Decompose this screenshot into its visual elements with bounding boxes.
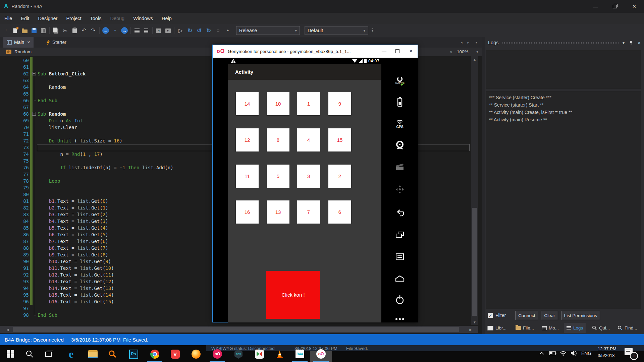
panel-splitter[interactable] (482, 37, 485, 334)
undo-button[interactable]: ↶ (80, 26, 88, 35)
panel-menu-icon[interactable]: ▾ (623, 40, 625, 45)
logs-filter-box[interactable] (486, 50, 641, 89)
window-restore-button[interactable] (605, 0, 625, 13)
gps-icon[interactable]: GPS (381, 118, 418, 129)
taskbar-edge[interactable]: e (64, 347, 78, 361)
number-button-7[interactable]: 7 (297, 200, 320, 224)
filter-checkbox[interactable]: ✓ (488, 313, 493, 318)
tab-list-icon[interactable]: ▾ (474, 40, 479, 45)
menu-help[interactable]: Help (157, 13, 176, 24)
battery-icon[interactable] (381, 97, 418, 107)
taskbar-vivaldi[interactable]: V (168, 347, 182, 361)
list-permissions-button[interactable]: List Permissions (561, 311, 600, 320)
pin-icon[interactable] (629, 41, 633, 45)
menu-edit[interactable]: Edit (16, 13, 34, 24)
recent-apps-icon[interactable] (381, 231, 418, 239)
window-minimize-button[interactable]: — (586, 0, 605, 13)
cut-button[interactable]: ✄ (61, 26, 69, 35)
random-action-button[interactable]: Click kon ! (266, 271, 320, 319)
close-tab-icon[interactable]: × (27, 40, 30, 45)
menu-icon[interactable] (381, 252, 418, 261)
fold-collapse-icon[interactable]: − (32, 72, 36, 75)
number-button-3[interactable]: 3 (297, 165, 320, 188)
number-button-2[interactable]: 2 (328, 165, 351, 188)
panel-close-icon[interactable]: × (638, 40, 641, 46)
more-icon[interactable] (381, 317, 418, 321)
tab-scroll-right-icon[interactable]: ▸ (466, 40, 471, 45)
connect-button[interactable]: Connect (515, 311, 538, 320)
package-button[interactable] (39, 26, 47, 35)
tab-starter[interactable]: Starter (43, 37, 70, 48)
menu-windows[interactable]: Windows (129, 13, 157, 24)
nav-forward-button[interactable]: → (120, 26, 128, 35)
volume-tray-icon[interactable] (570, 350, 578, 356)
previous-module-button[interactable]: ◂ (155, 26, 163, 35)
number-button-5[interactable]: 5 (267, 165, 289, 188)
fold-collapse-icon[interactable]: − (32, 112, 36, 116)
taskbar-search-everything[interactable] (105, 347, 120, 361)
vertical-scroll-thumb[interactable] (472, 208, 477, 316)
back-icon[interactable] (381, 209, 418, 218)
genymotion-titlebar[interactable]: oO Genymotion for personal use - genymot… (213, 45, 418, 58)
menu-tools[interactable]: Tools (86, 13, 106, 24)
tray-clock-time[interactable]: 12:37 PM (598, 346, 616, 351)
taskbar-firefox[interactable] (189, 347, 203, 361)
genymotion-maximize-button[interactable] (391, 45, 404, 58)
nav-back-button[interactable]: ← (102, 26, 110, 35)
build-configuration-dropdown[interactable]: Release▾ (236, 26, 300, 35)
tool-tab-find[interactable]: Find... (614, 323, 640, 333)
camera-icon[interactable] (381, 140, 418, 151)
scroll-right-icon[interactable]: ▶ (467, 326, 474, 333)
dpad-icon[interactable] (381, 184, 418, 195)
module-dropdown-icon[interactable]: ∨ (449, 48, 453, 56)
editor-vertical-scrollbar[interactable]: ▲ ▼ (471, 56, 478, 325)
redo-button[interactable]: ↷ (89, 26, 97, 35)
number-button-13[interactable]: 13 (267, 200, 289, 224)
taskbar-chrome[interactable] (147, 347, 162, 361)
taskbar-genymotion-player[interactable]: oO (314, 347, 328, 361)
screencast-icon[interactable] (381, 162, 418, 172)
number-button-15[interactable]: 15 (328, 128, 351, 152)
paste-button[interactable] (70, 26, 78, 35)
tool-tab-logs[interactable]: Logs (564, 323, 586, 333)
genymotion-close-button[interactable]: × (404, 45, 418, 58)
power-icon[interactable] (381, 294, 418, 305)
home-icon[interactable] (381, 274, 418, 282)
copy-button[interactable] (52, 26, 60, 35)
next-module-button[interactable]: ▸ (164, 26, 172, 35)
zoom-dropdown-icon[interactable]: ▾ (475, 48, 480, 56)
scroll-left-icon[interactable]: ◀ (4, 326, 11, 333)
tab-main[interactable]: Main × (3, 37, 34, 48)
menu-designer[interactable]: Designer (34, 13, 62, 24)
current-module[interactable]: Random (14, 49, 32, 54)
number-button-6[interactable]: 6 (328, 200, 351, 224)
tray-clock-date[interactable]: 3/5/2018 (598, 353, 615, 358)
reconnect-button[interactable]: ↻ (205, 26, 213, 35)
taskbar-genymotion[interactable]: oO (210, 347, 225, 361)
number-button-10[interactable]: 10 (267, 92, 289, 115)
gapps-icon[interactable]: GAPPS (381, 76, 418, 87)
horizontal-scroll-thumb[interactable] (13, 327, 459, 332)
number-button-8[interactable]: 8 (267, 128, 289, 152)
tray-language[interactable]: ENG (581, 351, 591, 356)
logs-panel-header[interactable]: Logs ▾ × (485, 37, 644, 48)
run-button[interactable]: ▷ (176, 26, 184, 35)
taskbar-b4a[interactable]: B4A (292, 347, 307, 361)
window-close-button[interactable]: × (625, 0, 644, 13)
clear-button[interactable]: Clear (541, 311, 558, 320)
editor-zoom-level[interactable]: 100% (457, 49, 469, 54)
overflow-icon[interactable]: ▾ (372, 28, 373, 33)
connect-bridge-button[interactable]: ↺ (195, 26, 203, 35)
new-file-button[interactable]: ✱ (11, 26, 19, 35)
taskbar-search[interactable] (22, 347, 37, 361)
tool-tab-modules[interactable]: Mo... (539, 323, 561, 333)
profiler-button[interactable]: ◔ (223, 26, 231, 35)
tool-tab-files[interactable]: File... (513, 323, 537, 333)
save-button[interactable] (30, 26, 38, 35)
number-button-4[interactable]: 4 (297, 128, 320, 152)
scroll-down-icon[interactable]: ▼ (471, 319, 478, 325)
taskbar-photoshop[interactable]: Ps (126, 347, 141, 361)
scroll-up-icon[interactable]: ▲ (471, 56, 478, 62)
tab-scroll-left-icon[interactable]: ◂ (459, 40, 464, 45)
wifi-tray-icon[interactable] (559, 350, 567, 356)
